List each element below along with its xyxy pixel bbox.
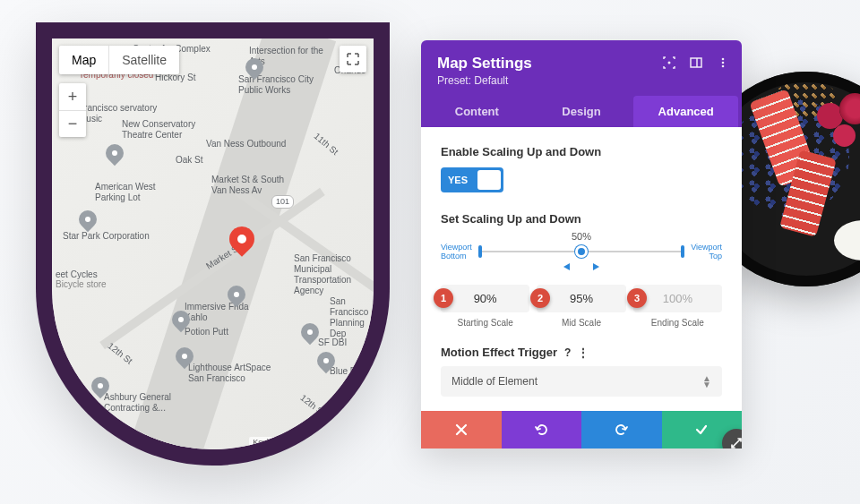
toggle-yes-label: YES — [441, 175, 475, 185]
ending-scale-label: Ending Scale — [633, 318, 722, 328]
svg-point-3 — [722, 58, 725, 61]
viewport-top-label: Viewport Top — [686, 243, 722, 261]
badge-3: 3 — [627, 288, 647, 308]
starting-scale-input[interactable] — [441, 285, 529, 312]
tab-design[interactable]: Design — [529, 96, 634, 127]
fullscreen-button[interactable] — [340, 46, 366, 73]
map-type-tabs: Map Satellite — [59, 46, 179, 74]
zoom-out-button[interactable]: − — [59, 110, 86, 137]
poi-sf-planning: San Francisco Planning Dep — [330, 296, 374, 339]
poi-lighthouse: Lighthouse ArtSpace San Francisco — [188, 363, 278, 384]
poi-conservatory: New Conservatory Theatre Center — [122, 119, 211, 141]
poi-sf-dbi: SF DBI — [318, 337, 347, 348]
enable-scaling-label: Enable Scaling Up and Down — [441, 145, 722, 158]
poi-eet-cycles-sub: Bicycle store — [56, 279, 107, 290]
poi-american-west: American West Parking Lot — [95, 182, 185, 203]
map-panel: Center for Complex Intersection for the … — [36, 22, 390, 466]
mid-scale-label: Mid Scale — [537, 318, 625, 328]
poi-van-ness: Van Ness Outbound — [206, 139, 286, 149]
set-scaling-label: Set Scaling Up and Down — [441, 212, 722, 226]
viewport-slider[interactable]: 50% Viewport Bottom Viewport Top — [441, 235, 722, 269]
slider-handle[interactable] — [575, 245, 588, 258]
toggle-knob — [477, 170, 501, 190]
field-more-icon[interactable]: ⋮ — [578, 346, 589, 359]
panel-icon[interactable] — [690, 56, 702, 69]
poi-ashbury: Ashbury General Contracting &... — [104, 392, 194, 414]
settings-tabs: Content Design Advanced — [421, 96, 742, 127]
poi-potion-putt: Potion Putt — [185, 327, 228, 337]
redo-button[interactable] — [581, 411, 662, 448]
enable-scaling-toggle[interactable]: YES — [441, 167, 503, 192]
more-icon[interactable] — [717, 56, 729, 69]
focus-icon[interactable] — [663, 56, 675, 69]
poi-sf-municipal: San Francisco Municipal Transportation A… — [294, 253, 374, 296]
poi-immersive-frida: Immersive Frida Kahlo — [185, 302, 274, 323]
action-bar — [421, 411, 742, 448]
map-tab-map[interactable]: Map — [59, 46, 108, 74]
svg-point-5 — [722, 65, 725, 68]
map-canvas[interactable]: Center for Complex Intersection for the … — [52, 38, 374, 449]
map-tab-satellite[interactable]: Satellite — [108, 46, 179, 74]
svg-rect-1 — [691, 58, 701, 67]
poi-market-sv: Market St & South Van Ness Av — [211, 175, 301, 196]
motion-trigger-select[interactable]: Middle of Element ▲▼ — [441, 366, 722, 397]
poi-hwy101: 101 — [271, 195, 294, 209]
poi-star-park: Star Park Corporation — [63, 231, 150, 242]
svg-point-0 — [668, 62, 671, 64]
zoom-controls: + − — [59, 83, 86, 137]
poi-blue-p: Blue P — [330, 366, 356, 377]
settings-subtitle: Preset: Default — [437, 74, 726, 87]
tab-advanced[interactable]: Advanced — [633, 96, 738, 127]
badge-1: 1 — [434, 288, 453, 308]
map-attribution: Keyboard shortcuts Map data © — [249, 437, 370, 448]
motion-trigger-label: Motion Effect Trigger — [441, 346, 557, 359]
mid-scale-input[interactable] — [537, 285, 625, 312]
svg-point-4 — [722, 62, 725, 64]
settings-header: Map Settings Preset: Default — [421, 40, 742, 96]
help-icon[interactable]: ? — [564, 346, 571, 359]
badge-2: 2 — [530, 288, 550, 308]
slider-value-label: 50% — [572, 231, 591, 242]
tab-content[interactable]: Content — [425, 96, 529, 127]
viewport-bottom-label: Viewport Bottom — [441, 243, 477, 261]
cancel-button[interactable] — [421, 411, 502, 448]
starting-scale-label: Starting Scale — [441, 318, 529, 328]
undo-button[interactable] — [502, 411, 582, 448]
zoom-in-button[interactable]: + — [59, 83, 86, 110]
motion-trigger-value: Middle of Element — [452, 375, 538, 388]
poi-oak: Oak St — [176, 155, 203, 166]
settings-panel: Map Settings Preset: Default Content Des… — [421, 40, 742, 448]
select-arrows-icon: ▲▼ — [702, 375, 711, 388]
